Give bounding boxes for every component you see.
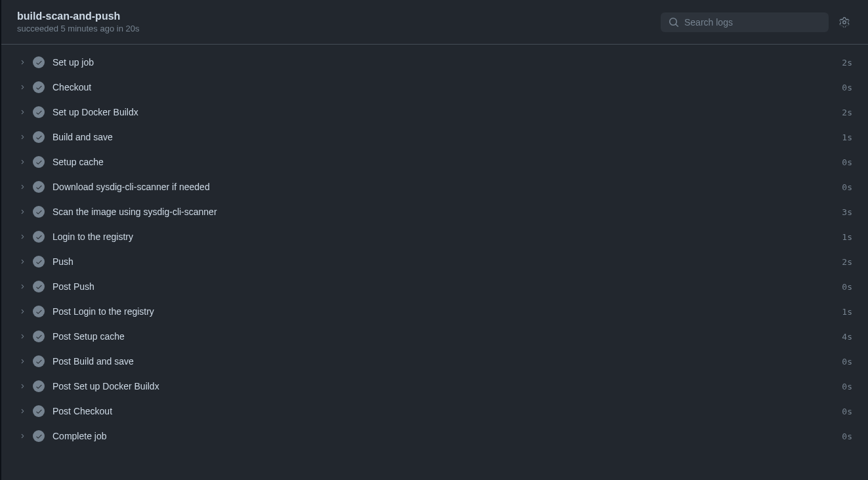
- step-name: Post Setup cache: [52, 331, 842, 342]
- chevron-right-icon: [17, 256, 28, 267]
- step-name: Setup cache: [52, 157, 842, 167]
- step-duration: 1s: [842, 232, 852, 242]
- step-name: Set up job: [52, 57, 842, 68]
- step-name: Download sysdig-cli-scanner if needed: [52, 182, 842, 192]
- step-row[interactable]: Post Build and save0s: [1, 349, 868, 374]
- chevron-right-icon: [17, 306, 28, 317]
- check-circle-icon: [33, 231, 45, 243]
- check-circle-icon: [33, 430, 45, 442]
- step-row[interactable]: Login to the registry1s: [1, 224, 868, 249]
- step-row[interactable]: Post Setup cache4s: [1, 324, 868, 349]
- chevron-right-icon: [17, 207, 28, 217]
- step-duration: 2s: [842, 257, 852, 267]
- step-name: Set up Docker Buildx: [52, 107, 842, 117]
- chevron-right-icon: [17, 132, 28, 142]
- check-circle-icon: [33, 106, 45, 118]
- check-circle-icon: [33, 56, 45, 68]
- step-duration: 0s: [842, 83, 852, 92]
- check-circle-icon: [33, 281, 45, 292]
- chevron-right-icon: [17, 182, 28, 192]
- search-icon: [669, 17, 679, 28]
- step-name: Post Build and save: [52, 356, 842, 367]
- step-name: Checkout: [52, 82, 842, 92]
- step-duration: 4s: [842, 332, 852, 342]
- step-row[interactable]: Post Push0s: [1, 274, 868, 299]
- check-circle-icon: [33, 81, 45, 93]
- step-duration: 0s: [842, 382, 852, 391]
- step-duration: 1s: [842, 307, 852, 317]
- job-title: build-scan-and-push: [17, 10, 139, 22]
- search-box[interactable]: [661, 12, 829, 32]
- step-duration: 0s: [842, 282, 852, 292]
- step-name: Post Login to the registry: [52, 306, 842, 317]
- step-row[interactable]: Post Checkout0s: [1, 399, 868, 424]
- step-row[interactable]: Push2s: [1, 249, 868, 274]
- chevron-right-icon: [17, 381, 28, 391]
- check-circle-icon: [33, 181, 45, 193]
- steps-list: Set up job2sCheckout0sSet up Docker Buil…: [1, 45, 868, 454]
- step-row[interactable]: Download sysdig-cli-scanner if needed0s: [1, 174, 868, 199]
- step-duration: 0s: [842, 182, 852, 192]
- chevron-right-icon: [17, 406, 28, 416]
- step-name: Post Set up Docker Buildx: [52, 381, 842, 391]
- chevron-right-icon: [17, 157, 28, 167]
- step-row[interactable]: Set up job2s: [1, 50, 868, 75]
- step-name: Push: [52, 256, 842, 267]
- check-circle-icon: [33, 156, 45, 168]
- check-circle-icon: [33, 206, 45, 218]
- chevron-right-icon: [17, 57, 28, 68]
- gear-icon: [839, 17, 850, 28]
- step-row[interactable]: Build and save1s: [1, 125, 868, 150]
- step-row[interactable]: Set up Docker Buildx2s: [1, 100, 868, 125]
- check-circle-icon: [33, 256, 45, 268]
- search-input[interactable]: [684, 17, 821, 28]
- chevron-right-icon: [17, 356, 28, 367]
- settings-button[interactable]: [837, 14, 852, 30]
- step-name: Login to the registry: [52, 231, 842, 242]
- step-duration: 0s: [842, 407, 852, 416]
- step-duration: 3s: [842, 207, 852, 217]
- check-circle-icon: [33, 380, 45, 392]
- check-circle-icon: [33, 306, 45, 317]
- step-duration: 0s: [842, 157, 852, 167]
- step-row[interactable]: Checkout0s: [1, 75, 868, 100]
- step-row[interactable]: Scan the image using sysdig-cli-scanner3…: [1, 199, 868, 224]
- job-header: build-scan-and-push succeeded 5 minutes …: [1, 0, 868, 45]
- check-circle-icon: [33, 131, 45, 143]
- step-row[interactable]: Setup cache0s: [1, 150, 868, 174]
- chevron-right-icon: [17, 82, 28, 92]
- check-circle-icon: [33, 405, 45, 417]
- check-circle-icon: [33, 355, 45, 367]
- header-right: [661, 12, 852, 32]
- job-status: succeeded 5 minutes ago in 20s: [17, 24, 139, 33]
- step-row[interactable]: Post Login to the registry1s: [1, 299, 868, 324]
- chevron-right-icon: [17, 107, 28, 117]
- step-name: Build and save: [52, 132, 842, 142]
- step-row[interactable]: Post Set up Docker Buildx0s: [1, 374, 868, 399]
- step-name: Complete job: [52, 431, 842, 441]
- step-name: Post Checkout: [52, 406, 842, 416]
- step-name: Post Push: [52, 281, 842, 292]
- chevron-right-icon: [17, 231, 28, 242]
- chevron-right-icon: [17, 281, 28, 292]
- step-duration: 1s: [842, 132, 852, 142]
- step-duration: 0s: [842, 431, 852, 441]
- chevron-right-icon: [17, 331, 28, 342]
- step-row[interactable]: Complete job0s: [1, 424, 868, 449]
- header-left: build-scan-and-push succeeded 5 minutes …: [17, 10, 139, 33]
- step-duration: 2s: [842, 58, 852, 68]
- step-name: Scan the image using sysdig-cli-scanner: [52, 207, 842, 217]
- step-duration: 2s: [842, 108, 852, 117]
- check-circle-icon: [33, 330, 45, 342]
- step-duration: 0s: [842, 357, 852, 367]
- chevron-right-icon: [17, 431, 28, 441]
